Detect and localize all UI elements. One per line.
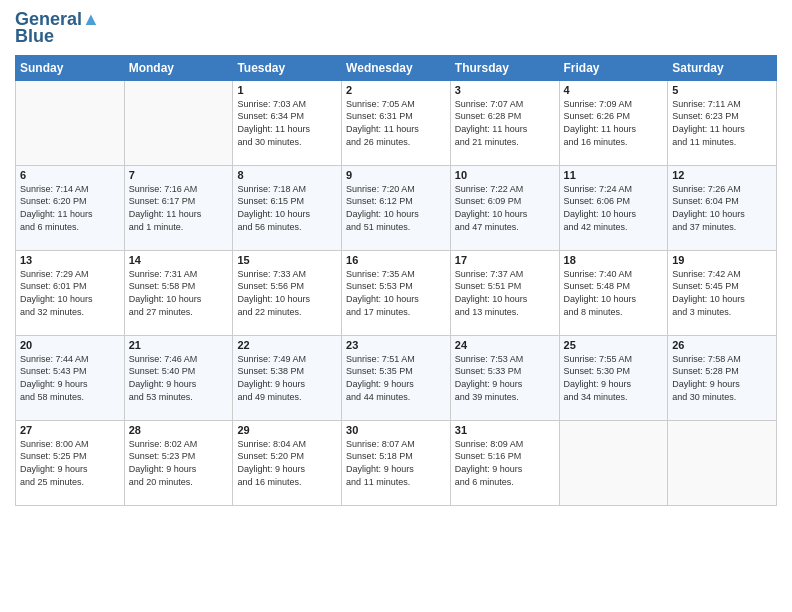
day-info: Sunrise: 7:35 AM Sunset: 5:53 PM Dayligh… [346, 268, 446, 318]
day-info: Sunrise: 7:40 AM Sunset: 5:48 PM Dayligh… [564, 268, 664, 318]
day-number: 25 [564, 339, 664, 351]
day-cell [668, 420, 777, 505]
day-info: Sunrise: 7:37 AM Sunset: 5:51 PM Dayligh… [455, 268, 555, 318]
weekday-header-sunday: Sunday [16, 55, 125, 80]
day-info: Sunrise: 7:31 AM Sunset: 5:58 PM Dayligh… [129, 268, 229, 318]
day-info: Sunrise: 8:09 AM Sunset: 5:16 PM Dayligh… [455, 438, 555, 488]
day-number: 15 [237, 254, 337, 266]
day-number: 7 [129, 169, 229, 181]
day-cell [559, 420, 668, 505]
weekday-header-friday: Friday [559, 55, 668, 80]
day-cell: 9Sunrise: 7:20 AM Sunset: 6:12 PM Daylig… [342, 165, 451, 250]
day-number: 6 [20, 169, 120, 181]
day-cell: 14Sunrise: 7:31 AM Sunset: 5:58 PM Dayli… [124, 250, 233, 335]
day-number: 19 [672, 254, 772, 266]
day-number: 14 [129, 254, 229, 266]
week-row-5: 27Sunrise: 8:00 AM Sunset: 5:25 PM Dayli… [16, 420, 777, 505]
day-cell: 21Sunrise: 7:46 AM Sunset: 5:40 PM Dayli… [124, 335, 233, 420]
page: General▲ Blue SundayMondayTuesdayWednesd… [0, 0, 792, 516]
header: General▲ Blue [15, 10, 777, 47]
day-cell: 30Sunrise: 8:07 AM Sunset: 5:18 PM Dayli… [342, 420, 451, 505]
day-cell: 1Sunrise: 7:03 AM Sunset: 6:34 PM Daylig… [233, 80, 342, 165]
week-row-4: 20Sunrise: 7:44 AM Sunset: 5:43 PM Dayli… [16, 335, 777, 420]
day-info: Sunrise: 7:24 AM Sunset: 6:06 PM Dayligh… [564, 183, 664, 233]
day-number: 24 [455, 339, 555, 351]
day-number: 28 [129, 424, 229, 436]
day-number: 30 [346, 424, 446, 436]
day-info: Sunrise: 7:18 AM Sunset: 6:15 PM Dayligh… [237, 183, 337, 233]
day-cell: 5Sunrise: 7:11 AM Sunset: 6:23 PM Daylig… [668, 80, 777, 165]
day-cell: 26Sunrise: 7:58 AM Sunset: 5:28 PM Dayli… [668, 335, 777, 420]
day-cell: 17Sunrise: 7:37 AM Sunset: 5:51 PM Dayli… [450, 250, 559, 335]
week-row-1: 1Sunrise: 7:03 AM Sunset: 6:34 PM Daylig… [16, 80, 777, 165]
day-number: 8 [237, 169, 337, 181]
logo: General▲ Blue [15, 10, 100, 47]
day-number: 23 [346, 339, 446, 351]
logo-accent: ▲ [82, 9, 100, 29]
day-cell: 7Sunrise: 7:16 AM Sunset: 6:17 PM Daylig… [124, 165, 233, 250]
day-info: Sunrise: 7:44 AM Sunset: 5:43 PM Dayligh… [20, 353, 120, 403]
week-row-2: 6Sunrise: 7:14 AM Sunset: 6:20 PM Daylig… [16, 165, 777, 250]
day-number: 10 [455, 169, 555, 181]
day-cell: 3Sunrise: 7:07 AM Sunset: 6:28 PM Daylig… [450, 80, 559, 165]
day-cell: 22Sunrise: 7:49 AM Sunset: 5:38 PM Dayli… [233, 335, 342, 420]
weekday-header-monday: Monday [124, 55, 233, 80]
weekday-header-wednesday: Wednesday [342, 55, 451, 80]
day-info: Sunrise: 8:02 AM Sunset: 5:23 PM Dayligh… [129, 438, 229, 488]
day-info: Sunrise: 7:05 AM Sunset: 6:31 PM Dayligh… [346, 98, 446, 148]
day-number: 13 [20, 254, 120, 266]
day-number: 22 [237, 339, 337, 351]
day-info: Sunrise: 7:42 AM Sunset: 5:45 PM Dayligh… [672, 268, 772, 318]
day-number: 4 [564, 84, 664, 96]
day-info: Sunrise: 7:16 AM Sunset: 6:17 PM Dayligh… [129, 183, 229, 233]
day-number: 29 [237, 424, 337, 436]
day-cell: 4Sunrise: 7:09 AM Sunset: 6:26 PM Daylig… [559, 80, 668, 165]
day-number: 5 [672, 84, 772, 96]
weekday-header-thursday: Thursday [450, 55, 559, 80]
weekday-header-row: SundayMondayTuesdayWednesdayThursdayFrid… [16, 55, 777, 80]
day-info: Sunrise: 8:04 AM Sunset: 5:20 PM Dayligh… [237, 438, 337, 488]
day-number: 9 [346, 169, 446, 181]
weekday-header-saturday: Saturday [668, 55, 777, 80]
day-cell: 28Sunrise: 8:02 AM Sunset: 5:23 PM Dayli… [124, 420, 233, 505]
day-cell: 20Sunrise: 7:44 AM Sunset: 5:43 PM Dayli… [16, 335, 125, 420]
day-info: Sunrise: 8:00 AM Sunset: 5:25 PM Dayligh… [20, 438, 120, 488]
day-cell: 6Sunrise: 7:14 AM Sunset: 6:20 PM Daylig… [16, 165, 125, 250]
day-cell: 12Sunrise: 7:26 AM Sunset: 6:04 PM Dayli… [668, 165, 777, 250]
day-cell: 18Sunrise: 7:40 AM Sunset: 5:48 PM Dayli… [559, 250, 668, 335]
day-number: 31 [455, 424, 555, 436]
day-info: Sunrise: 7:26 AM Sunset: 6:04 PM Dayligh… [672, 183, 772, 233]
day-cell: 19Sunrise: 7:42 AM Sunset: 5:45 PM Dayli… [668, 250, 777, 335]
day-info: Sunrise: 7:29 AM Sunset: 6:01 PM Dayligh… [20, 268, 120, 318]
day-cell: 27Sunrise: 8:00 AM Sunset: 5:25 PM Dayli… [16, 420, 125, 505]
day-cell: 15Sunrise: 7:33 AM Sunset: 5:56 PM Dayli… [233, 250, 342, 335]
day-info: Sunrise: 7:09 AM Sunset: 6:26 PM Dayligh… [564, 98, 664, 148]
day-cell: 2Sunrise: 7:05 AM Sunset: 6:31 PM Daylig… [342, 80, 451, 165]
day-info: Sunrise: 7:53 AM Sunset: 5:33 PM Dayligh… [455, 353, 555, 403]
day-info: Sunrise: 7:33 AM Sunset: 5:56 PM Dayligh… [237, 268, 337, 318]
day-info: Sunrise: 7:14 AM Sunset: 6:20 PM Dayligh… [20, 183, 120, 233]
day-info: Sunrise: 7:07 AM Sunset: 6:28 PM Dayligh… [455, 98, 555, 148]
day-cell: 16Sunrise: 7:35 AM Sunset: 5:53 PM Dayli… [342, 250, 451, 335]
day-info: Sunrise: 7:20 AM Sunset: 6:12 PM Dayligh… [346, 183, 446, 233]
day-info: Sunrise: 7:51 AM Sunset: 5:35 PM Dayligh… [346, 353, 446, 403]
day-number: 11 [564, 169, 664, 181]
day-cell: 24Sunrise: 7:53 AM Sunset: 5:33 PM Dayli… [450, 335, 559, 420]
weekday-header-tuesday: Tuesday [233, 55, 342, 80]
day-number: 17 [455, 254, 555, 266]
calendar-table: SundayMondayTuesdayWednesdayThursdayFrid… [15, 55, 777, 506]
week-row-3: 13Sunrise: 7:29 AM Sunset: 6:01 PM Dayli… [16, 250, 777, 335]
day-number: 2 [346, 84, 446, 96]
day-number: 1 [237, 84, 337, 96]
day-number: 21 [129, 339, 229, 351]
day-cell [124, 80, 233, 165]
day-info: Sunrise: 7:03 AM Sunset: 6:34 PM Dayligh… [237, 98, 337, 148]
day-cell: 29Sunrise: 8:04 AM Sunset: 5:20 PM Dayli… [233, 420, 342, 505]
day-number: 16 [346, 254, 446, 266]
day-cell: 8Sunrise: 7:18 AM Sunset: 6:15 PM Daylig… [233, 165, 342, 250]
logo-line2: Blue [15, 26, 54, 47]
day-number: 20 [20, 339, 120, 351]
day-number: 27 [20, 424, 120, 436]
day-info: Sunrise: 7:55 AM Sunset: 5:30 PM Dayligh… [564, 353, 664, 403]
day-number: 12 [672, 169, 772, 181]
